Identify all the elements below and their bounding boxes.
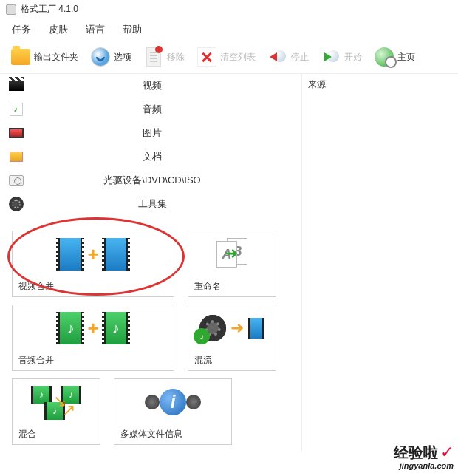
- watermark: 经验啦 ✓ jingyanla.com: [394, 443, 454, 470]
- gear-icon: [91, 47, 110, 67]
- start-icon: [321, 47, 341, 67]
- tool-audio-merge-label: 音频合并: [13, 351, 174, 370]
- tool-mux[interactable]: ♪ ➜ 混流: [188, 305, 276, 371]
- category-picture[interactable]: 图片: [0, 121, 301, 145]
- audio-icon: [10, 103, 23, 116]
- category-tools[interactable]: 工具集: [0, 192, 301, 216]
- home-button[interactable]: 主页: [369, 44, 420, 70]
- right-panel: 来源: [301, 74, 458, 451]
- options-label: 选项: [114, 51, 131, 64]
- remove-label: 移除: [167, 51, 185, 64]
- menu-language[interactable]: 语言: [86, 23, 105, 36]
- folder-icon: [11, 49, 30, 65]
- titlebar: 格式工厂 4.1.0: [0, 0, 458, 18]
- category-document[interactable]: 文档: [0, 145, 301, 169]
- plus-icon: +: [87, 243, 98, 266]
- watermark-url: jingyanla.com: [394, 461, 454, 470]
- output-folder-button[interactable]: 输出文件夹: [6, 44, 83, 70]
- film-icon: [56, 238, 84, 271]
- clear-list-button[interactable]: 清空列表: [192, 44, 260, 70]
- drive-icon: [9, 175, 24, 186]
- menu-skin[interactable]: 皮肤: [49, 23, 68, 36]
- category-picture-label: 图片: [33, 126, 301, 140]
- category-drive[interactable]: 光驱设备\DVD\CD\ISO: [0, 169, 301, 192]
- menu-help[interactable]: 帮助: [123, 23, 142, 36]
- stop-icon: [268, 47, 287, 67]
- toolbar: 输出文件夹 选项 移除 清空列表 停止 开始 主页: [0, 41, 458, 74]
- category-list: 视频 音频 图片 文档 光驱设备\DVD\CD\ISO 工具集: [0, 74, 301, 216]
- plus-icon: +: [87, 317, 98, 340]
- output-folder-label: 输出文件夹: [34, 51, 78, 64]
- tool-video-merge-label: 视频合并: [13, 277, 174, 296]
- mix-icon: ♪♪♪ ↘ ↗: [30, 384, 83, 420]
- film-icon: [102, 238, 130, 271]
- category-video-label: 视频: [33, 79, 301, 92]
- tool-media-info-label: 多媒体文件信息: [115, 425, 231, 443]
- category-tools-label: 工具集: [33, 197, 301, 211]
- stop-button[interactable]: 停止: [263, 44, 313, 70]
- menubar: 任务 皮肤 语言 帮助: [0, 18, 458, 41]
- tool-mux-label: 混流: [188, 351, 276, 370]
- tool-rename[interactable]: BA➜ 重命名: [188, 231, 276, 297]
- source-header: 来源: [308, 78, 452, 91]
- start-button[interactable]: 开始: [316, 44, 366, 70]
- home-label: 主页: [397, 51, 415, 64]
- globe-icon: [375, 47, 394, 67]
- mux-icon: ♪ ➜: [199, 315, 264, 341]
- category-audio-label: 音频: [33, 103, 301, 116]
- tool-rename-label: 重命名: [188, 277, 276, 296]
- app-icon: [6, 4, 16, 15]
- audio-film-icon: ♪: [102, 312, 130, 344]
- watermark-text: 经验啦: [394, 444, 438, 460]
- clear-list-label: 清空列表: [220, 51, 256, 64]
- tool-video-merge[interactable]: + 视频合并: [12, 231, 174, 297]
- window-title: 格式工厂 4.1.0: [21, 3, 78, 16]
- info-icon: i: [143, 384, 202, 420]
- tools-grid: + 视频合并 BA➜ 重命名 ♪ + ♪ 音频合并: [0, 225, 301, 451]
- picture-icon: [9, 128, 24, 138]
- tools-icon: [9, 197, 24, 211]
- remove-icon: [146, 47, 161, 67]
- tool-media-info[interactable]: i 多媒体文件信息: [114, 378, 232, 445]
- tool-audio-merge[interactable]: ♪ + ♪ 音频合并: [12, 305, 174, 371]
- remove-button[interactable]: 移除: [139, 44, 189, 70]
- video-icon: [9, 81, 24, 91]
- category-document-label: 文档: [33, 150, 301, 163]
- left-panel: 视频 音频 图片 文档 光驱设备\DVD\CD\ISO 工具集: [0, 74, 301, 451]
- tool-mix-label: 混合: [13, 425, 100, 443]
- checkmark-icon: ✓: [440, 443, 454, 461]
- category-video[interactable]: 视频: [0, 74, 301, 98]
- options-button[interactable]: 选项: [86, 44, 136, 70]
- menu-task[interactable]: 任务: [12, 23, 31, 36]
- stop-label: 停止: [291, 51, 309, 64]
- category-audio[interactable]: 音频: [0, 98, 301, 121]
- main-area: 视频 音频 图片 文档 光驱设备\DVD\CD\ISO 工具集: [0, 74, 458, 451]
- tool-mix[interactable]: ♪♪♪ ↘ ↗ 混合: [12, 378, 100, 445]
- audio-film-icon: ♪: [56, 312, 84, 344]
- x-icon: [197, 47, 216, 67]
- start-label: 开始: [344, 51, 362, 64]
- rename-icon: BA➜: [213, 238, 250, 271]
- document-icon: [10, 152, 23, 162]
- category-drive-label: 光驱设备\DVD\CD\ISO: [33, 174, 301, 187]
